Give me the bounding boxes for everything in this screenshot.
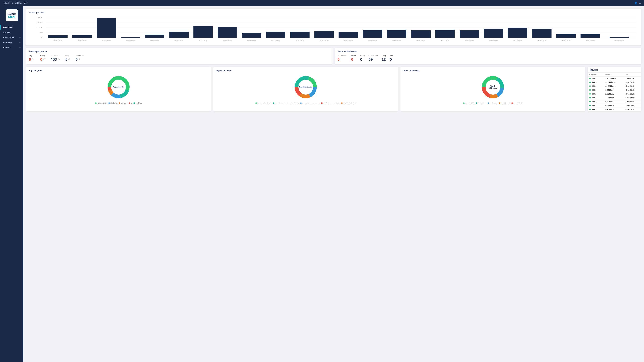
sidebar-item-label: Alarmen — [3, 31, 10, 33]
device-name-cell: 400... — [588, 77, 604, 80]
top-ip-title: Top IP addresses — [403, 69, 420, 72]
svg-text:23:00: 23:00 — [78, 39, 86, 41]
device-name-cell: 400... — [588, 107, 604, 111]
legend-dot — [321, 102, 322, 104]
svg-text:07:00: 07:00 — [271, 39, 280, 41]
info-icon[interactable]: ⓘ — [68, 58, 70, 61]
table-row: 400... 0.89 Mbit/s CyberSterk — [588, 104, 641, 107]
chevron-right-icon: ► — [19, 46, 21, 48]
device-name: 400... — [592, 85, 596, 87]
legend-ip2: 207.246.67.26 — [476, 102, 486, 104]
svg-rect-31 — [556, 34, 576, 37]
sidebar-item-rapportages[interactable]: Rapportages ► — [0, 35, 24, 40]
svg-text:06:00: 06:00 — [247, 39, 256, 41]
priority-hoog: Hoog: 0 ⓘ — [40, 55, 45, 62]
legend-label: server3821.databackup.com — [323, 102, 340, 104]
svg-rect-23 — [363, 30, 382, 37]
online-indicator — [589, 109, 591, 110]
alarms-per-hour-title: Alarms per hour — [29, 11, 639, 14]
info-icon[interactable]: ⓘ — [32, 58, 34, 61]
sidebar-item-dashboard[interactable]: Dashboard — [0, 25, 24, 30]
guardian-value: 0 — [338, 57, 347, 62]
legend-ip4: 12.235.122.159 — [499, 102, 510, 104]
guardian-info: Info 0 — [390, 55, 393, 62]
guardian-label: Info — [390, 55, 393, 57]
guardian-value: 0 — [360, 57, 364, 62]
sidebar-nav: Dashboard Alarmen Rapportages ► Instelli… — [0, 25, 24, 50]
svg-text:10:00: 10:00 — [344, 39, 353, 41]
legend-label: e4.c7097...serversenters.com — [302, 102, 320, 104]
svg-text:19:00: 19:00 — [562, 39, 570, 41]
device-mbits-cell: 36.03 Mbit/s — [604, 84, 624, 88]
table-row: 400... 2.08 Mbit/s CyberSterk — [588, 92, 641, 96]
priority-informatief: Informatief: 0 ⓘ — [76, 55, 85, 62]
legend-dot — [273, 102, 274, 104]
svg-text:01:00: 01:00 — [126, 39, 135, 41]
table-row: 400... 0.41 Mbit/s CyberSterk — [588, 107, 641, 111]
top-categories-title: Top categories — [29, 69, 43, 72]
legend-label: 12.235.122.159 — [501, 102, 510, 104]
guardian-value: 0 — [390, 57, 393, 62]
main-content: Alarms per hour 300 225 150 75 0 — [24, 6, 644, 362]
sidebar-item-label: Rapportages — [3, 36, 14, 38]
legend-dest4: server3821.databackup.com — [321, 102, 340, 104]
legend-filesharing: Filesharing — [108, 102, 118, 104]
bottom-row: Top categories T — [26, 67, 641, 111]
svg-rect-21 — [314, 31, 334, 37]
online-indicator — [589, 78, 591, 79]
svg-text:21:00: 21:00 — [615, 39, 624, 41]
col-apparaat: Apparaat: — [588, 72, 604, 77]
topbar-title: CyberSterk - MyCyberAlarm — [3, 2, 28, 4]
online-indicator — [589, 93, 591, 94]
device-alias-cell: CyberSterk — [624, 80, 641, 84]
logout-icon[interactable]: ➨ — [639, 2, 641, 4]
device-mbits-cell: 176.70 Mbit/s — [604, 77, 624, 80]
legend-dot — [95, 102, 96, 104]
device-mbits-cell: 1.69 Mbit/s — [604, 96, 624, 100]
svg-text:13:00: 13:00 — [416, 39, 425, 41]
priority-urgent: Urgent: 0 ⓘ — [29, 55, 35, 62]
svg-rect-19 — [266, 32, 285, 37]
guardian-kritiek: Kritiek 0 — [351, 55, 356, 62]
sidebar-item-alarmen[interactable]: Alarmen — [0, 30, 24, 35]
legend-bad-more: Bad-more — [119, 102, 128, 104]
sidebar-item-label: Instellingen — [3, 41, 13, 43]
user-icon[interactable]: 👤 — [634, 2, 637, 4]
alarms-priority-card: Alarms per priority Urgent: 0 ⓘ Hoog: 0 … — [26, 48, 332, 64]
svg-text:00:00: 00:00 — [102, 39, 111, 41]
sidebar-item-instellingen[interactable]: Instellingen ► — [0, 40, 24, 45]
top-ip-donut: Top IP addresses — [480, 74, 506, 100]
info-icon[interactable]: ⓘ — [43, 58, 45, 61]
devices-tbody: 400... 176.70 Mbit/s Cybersterk 400... 3… — [588, 77, 641, 111]
online-indicator — [589, 85, 591, 87]
svg-rect-25 — [411, 30, 430, 37]
legend-dot — [476, 102, 477, 104]
guardian-label: Hoog — [360, 55, 364, 57]
svg-text:300: 300 — [37, 17, 44, 18]
table-row: 400... 0.91 Mbit/s CyberSterk — [588, 100, 641, 104]
priority-laag: Laag: 5 ⓘ — [66, 55, 70, 62]
logo-box: Cyber Sterk — [6, 9, 18, 21]
svg-text:04:00: 04:00 — [198, 39, 208, 41]
device-mbits-cell: 0.89 Mbit/s — [604, 104, 624, 107]
sidebar-item-partners[interactable]: Partners ► — [0, 45, 24, 50]
svg-rect-13 — [121, 37, 140, 37]
legend-dot — [129, 102, 130, 104]
online-indicator — [589, 105, 591, 106]
svg-rect-28 — [484, 29, 503, 37]
alarms-priority-title: Alarms per priority — [29, 50, 330, 53]
legend-label: Remote Admin — [97, 102, 107, 104]
svg-rect-24 — [387, 30, 406, 37]
online-indicator — [589, 101, 591, 102]
donut-legend: 207.246.67.26.addr.com fast-195-191-121-… — [256, 102, 356, 104]
info-icon[interactable]: ⓘ — [58, 58, 60, 61]
col-mbits: Mbit/s: — [604, 72, 624, 77]
device-mbits-cell: 0.41 Mbit/s — [604, 107, 624, 111]
svg-text:16:00: 16:00 — [489, 39, 498, 41]
priority-value: 463 ⓘ — [50, 57, 60, 62]
info-icon[interactable]: ⓘ — [79, 58, 80, 61]
device-name-cell: 400... — [588, 80, 604, 84]
table-row: 400... 1.69 Mbit/s CyberSterk — [588, 96, 641, 100]
guardian-label: Hackeralert — [338, 55, 347, 57]
svg-text:17:00: 17:00 — [513, 39, 522, 41]
